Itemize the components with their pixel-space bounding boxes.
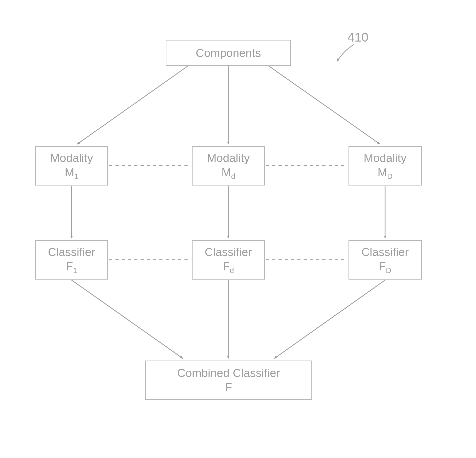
modality-D-symbol: MD: [378, 165, 392, 181]
ref-pointer: [337, 44, 354, 61]
modality-1-box: Modality M1: [35, 146, 108, 185]
modality-d-box: Modality Md: [192, 146, 265, 185]
modality-1-symbol: M1: [65, 165, 79, 181]
classifier-d-symbol: Fd: [223, 259, 234, 275]
arrow-components-to-m1: [77, 66, 188, 144]
combined-classifier-title: Combined Classifier: [177, 366, 280, 380]
modality-D-title: Modality: [364, 151, 407, 165]
arrow-fD-to-combined: [274, 280, 385, 358]
arrow-f1-to-combined: [72, 280, 183, 358]
components-box: Components: [166, 40, 291, 66]
modality-d-title: Modality: [207, 151, 250, 165]
classifier-1-box: Classifier F1: [35, 240, 108, 280]
classifier-d-box: Classifier Fd: [192, 240, 265, 280]
classifier-D-box: Classifier FD: [349, 240, 422, 280]
combined-classifier-symbol: F: [225, 380, 232, 395]
components-label: Components: [196, 46, 261, 60]
combined-classifier-box: Combined Classifier F: [145, 361, 312, 400]
modality-d-symbol: Md: [222, 165, 235, 181]
classifier-D-title: Classifier: [362, 245, 409, 259]
classifier-1-symbol: F1: [66, 259, 77, 275]
modality-1-title: Modality: [50, 151, 93, 165]
classifier-D-symbol: FD: [379, 259, 391, 275]
classifier-d-title: Classifier: [205, 245, 252, 259]
classifier-1-title: Classifier: [48, 245, 95, 259]
modality-D-box: Modality MD: [349, 146, 422, 185]
arrow-components-to-mD: [269, 66, 380, 144]
reference-number: 410: [347, 30, 368, 44]
